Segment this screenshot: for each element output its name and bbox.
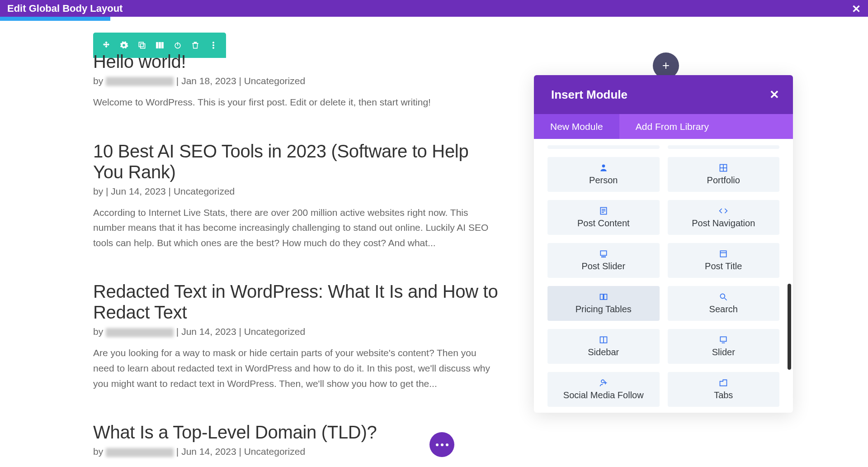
author-redacted <box>106 77 174 86</box>
tabs-icon <box>719 378 728 387</box>
post-category[interactable]: Uncategorized <box>244 326 305 337</box>
svg-point-7 <box>212 42 214 43</box>
module-person[interactable]: Person <box>547 157 660 192</box>
svg-point-21 <box>604 257 605 257</box>
module-label: Pricing Tables <box>576 304 632 315</box>
module-label: Social Media Follow <box>563 390 644 400</box>
author-redacted <box>106 328 174 337</box>
module-label: Sidebar <box>588 347 619 357</box>
title-icon <box>719 249 728 258</box>
module-tabs[interactable]: Tabs <box>668 372 780 407</box>
svg-rect-22 <box>721 251 726 257</box>
sep: | <box>174 76 181 86</box>
svg-point-26 <box>721 294 725 298</box>
post-excerpt: Are you looking for a way to mask or hid… <box>93 345 500 391</box>
gear-icon[interactable] <box>119 40 129 50</box>
module-grid: Person Portfolio Post Content Post Navig… <box>547 145 779 407</box>
post-title[interactable]: 10 Best AI SEO Tools in 2023 (Software t… <box>93 141 500 182</box>
module-label: Post Navigation <box>692 218 755 229</box>
svg-point-9 <box>212 47 214 48</box>
module-label: Post Slider <box>581 261 625 272</box>
panel-body: Person Portfolio Post Content Post Navig… <box>534 139 793 413</box>
module-post-slider[interactable]: Post Slider <box>547 243 660 278</box>
module-item-cut[interactable] <box>547 145 660 149</box>
code-icon <box>719 206 728 215</box>
scrollbar[interactable] <box>788 284 791 370</box>
document-icon <box>599 206 608 215</box>
tab-new-module[interactable]: New Module <box>534 114 619 139</box>
post-date: Jun 14, 2023 <box>111 186 165 196</box>
svg-rect-18 <box>600 251 606 255</box>
post-category[interactable]: Uncategorized <box>244 446 305 457</box>
post-meta: by | Jun 14, 2023 | Uncategorized <box>93 326 500 337</box>
post-category[interactable]: Uncategorized <box>244 76 305 86</box>
grid-icon <box>719 163 728 172</box>
progress-strip <box>0 17 110 21</box>
panel-header: Insert Module ✕ <box>534 75 793 114</box>
by-label: by <box>93 76 106 86</box>
post-title[interactable]: Hello world! <box>93 51 500 72</box>
post-excerpt: According to Internet Live Stats, there … <box>93 205 500 251</box>
more-vertical-icon[interactable] <box>208 40 218 50</box>
sep: | <box>174 446 181 457</box>
module-label: Person <box>589 175 618 186</box>
module-label: Post Content <box>577 218 630 229</box>
duplicate-icon[interactable] <box>137 40 147 50</box>
module-social-media-follow[interactable]: Social Media Follow <box>547 372 660 407</box>
post-item: Hello world! by | Jan 18, 2023 | Uncateg… <box>93 51 500 110</box>
sep: | <box>106 186 111 196</box>
move-icon[interactable] <box>101 40 111 50</box>
module-label: Slider <box>712 347 735 357</box>
svg-point-8 <box>212 44 214 46</box>
module-sidebar[interactable]: Sidebar <box>547 329 660 364</box>
module-label: Post Title <box>705 261 742 272</box>
post-title[interactable]: Redacted Text in WordPress: What It Is a… <box>93 281 500 323</box>
svg-rect-1 <box>140 44 145 48</box>
close-icon[interactable]: ✕ <box>852 3 861 15</box>
post-meta: by | Jun 14, 2023 | Uncategorized <box>93 186 500 197</box>
power-icon[interactable] <box>173 40 183 50</box>
by-label: by <box>93 326 106 337</box>
svg-point-20 <box>603 257 604 257</box>
svg-rect-3 <box>159 42 160 48</box>
posts-list: Hello world! by | Jan 18, 2023 | Uncateg… <box>93 51 500 467</box>
module-post-content[interactable]: Post Content <box>547 200 660 235</box>
svg-line-27 <box>725 298 727 300</box>
insert-module-panel: Insert Module ✕ New Module Add From Libr… <box>534 75 793 413</box>
columns-icon[interactable] <box>155 40 165 50</box>
svg-rect-0 <box>139 42 143 47</box>
topbar-title: Edit Global Body Layout <box>7 3 123 14</box>
trash-icon[interactable] <box>190 40 200 50</box>
module-portfolio[interactable]: Portfolio <box>668 157 780 192</box>
by-label: by <box>93 186 106 196</box>
by-label: by <box>93 446 106 457</box>
module-post-title[interactable]: Post Title <box>668 243 780 278</box>
module-search[interactable]: Search <box>668 286 780 321</box>
svg-rect-4 <box>161 42 163 48</box>
search-icon <box>719 292 728 301</box>
module-post-navigation[interactable]: Post Navigation <box>668 200 780 235</box>
close-icon[interactable]: ✕ <box>769 88 779 102</box>
topbar: Edit Global Body Layout ✕ <box>0 0 868 17</box>
slider-icon <box>599 249 608 258</box>
panel-tabs: New Module Add From Library <box>534 114 793 139</box>
module-item-cut[interactable] <box>668 145 780 149</box>
module-label: Portfolio <box>707 175 740 186</box>
module-pricing-tables[interactable]: Pricing Tables <box>547 286 660 321</box>
sep: | <box>174 326 181 337</box>
tables-icon <box>599 292 608 301</box>
panel-title: Insert Module <box>551 88 627 102</box>
post-category[interactable]: Uncategorized <box>174 186 235 196</box>
author-redacted <box>106 448 174 457</box>
sidebar-icon <box>599 335 608 344</box>
svg-point-19 <box>602 257 603 257</box>
follow-icon <box>599 378 608 387</box>
module-slider[interactable]: Slider <box>668 329 780 364</box>
svg-point-32 <box>601 380 604 383</box>
tab-add-from-library[interactable]: Add From Library <box>619 114 725 139</box>
more-options-button[interactable] <box>429 432 454 457</box>
svg-rect-25 <box>604 294 607 300</box>
post-excerpt: Welcome to WordPress. This is your first… <box>93 95 500 110</box>
module-label: Tabs <box>714 390 733 400</box>
post-item: Redacted Text in WordPress: What It Is a… <box>93 281 500 391</box>
